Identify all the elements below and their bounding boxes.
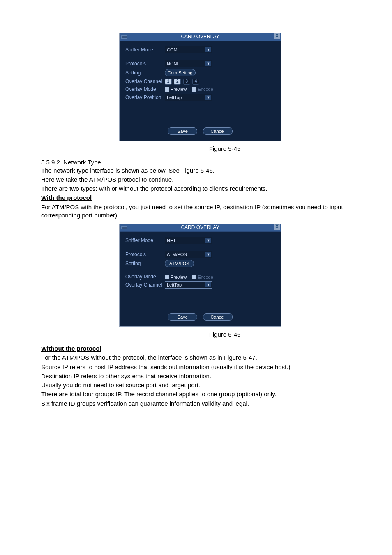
sniffer-mode-label: Sniffer Mode [125,47,165,53]
channel-3-button[interactable]: 3 [183,79,190,85]
overlay-channel-value: LeftTop [167,282,182,287]
paragraph: Six frame ID groups verification can gua… [41,400,359,408]
chevron-down-icon: ▼ [205,47,211,52]
paragraph: For the ATM/POS without the protocol, th… [41,354,359,362]
overlay-channel-group: 1 2 3 4 [165,78,200,85]
overlay-channel-select[interactable]: LeftTop ▼ [165,281,212,289]
overlay-mode-label: Overlay Mode [125,274,165,280]
sniffer-mode-select[interactable]: NET ▼ [165,237,212,244]
section-title: Network Type [63,159,101,166]
dialog-titlebar[interactable]: CARD OVERLAY X [120,224,281,232]
com-setting-button[interactable]: Com Setting [165,69,196,76]
cancel-button[interactable]: Cancel [203,313,233,321]
paragraph: Usually you do not need to set source po… [41,381,359,389]
overlay-channel-label: Overlay Channel [125,282,165,288]
with-protocol-heading: With the protocol [41,194,92,201]
channel-4-button[interactable]: 4 [192,79,199,85]
dialog-title: CARD OVERLAY [120,224,281,230]
figure-caption-2: Figure 5-46 [41,331,359,338]
overlay-channel-label: Overlay Channel [125,79,165,84]
paragraph: Source IP refers to host IP address that… [41,363,359,371]
paragraph: Destination IP refers to other systems t… [41,372,359,380]
section-number: 5.5.9.2 [41,159,60,166]
without-protocol-heading: Without the protocol [41,345,101,352]
channel-2-button[interactable]: 2 [174,79,181,85]
paragraph: There are two types: with or without the… [41,185,359,193]
preview-checkbox[interactable] [165,87,169,92]
overlay-mode-group: Preview Encode [165,86,217,92]
dialog-body: Sniffer Mode NET ▼ Protocols ATM/POS ▼ S… [120,232,281,326]
dialog-body: Sniffer Mode COM ▼ Protocols NONE ▼ Sett… [120,41,281,141]
preview-label: Preview [171,275,187,280]
dialog-2-wrap: CARD OVERLAY X Sniffer Mode NET ▼ Protoc… [41,224,359,327]
paragraph: The network type interface is shown as b… [41,166,359,175]
protocols-label: Protocols [125,252,165,257]
save-button[interactable]: Save [168,127,197,135]
sniffer-mode-select[interactable]: COM ▼ [165,46,212,53]
paragraph: Here we take the ATM/POS protocol to con… [41,176,359,184]
setting-label: Setting [125,261,165,266]
paragraph: For ATM/POS with the protocol, you just … [41,203,359,220]
close-icon[interactable]: X [274,33,280,39]
overlay-mode-label: Overlay Mode [125,86,165,92]
dialog-title: CARD OVERLAY [120,34,281,39]
overlay-mode-group: Preview Encode [165,274,217,280]
figure-caption-1: Figure 5-45 [41,145,359,152]
sniffer-mode-value: COM [167,47,178,52]
paragraph: There are total four groups IP. The reco… [41,390,359,398]
chevron-down-icon: ▼ [205,282,211,287]
dialog-titlebar[interactable]: CARD OVERLAY X [120,33,281,41]
dialog-card-overlay-net: CARD OVERLAY X Sniffer Mode NET ▼ Protoc… [119,224,281,327]
chevron-down-icon: ▼ [205,252,211,257]
encode-label: Encode [198,87,213,92]
preview-checkbox[interactable] [165,275,169,279]
protocols-value: ATM/POS [167,252,187,257]
setting-label: Setting [125,70,165,76]
protocols-select[interactable]: NONE ▼ [165,60,212,67]
encode-checkbox[interactable] [192,87,196,92]
cancel-button[interactable]: Cancel [203,127,233,135]
overlay-position-select[interactable]: LeftTop ▼ [165,94,212,101]
dialog-card-overlay-com: CARD OVERLAY X Sniffer Mode COM ▼ Protoc… [119,33,281,141]
sniffer-mode-value: NET [167,238,176,243]
save-button[interactable]: Save [168,313,197,321]
chevron-down-icon: ▼ [205,238,211,243]
protocols-value: NONE [167,61,180,66]
chevron-down-icon: ▼ [205,61,211,66]
protocols-select[interactable]: ATM/POS ▼ [165,251,212,258]
close-icon[interactable]: X [274,224,280,230]
overlay-position-label: Overlay Position [125,95,165,100]
atmpos-setting-button[interactable]: ATM/POS [165,260,194,267]
dialog-1-wrap: CARD OVERLAY X Sniffer Mode COM ▼ Protoc… [41,33,359,141]
encode-label: Encode [198,275,213,280]
preview-label: Preview [171,87,187,92]
chevron-down-icon: ▼ [205,95,211,100]
overlay-position-value: LeftTop [167,95,182,100]
sniffer-mode-label: Sniffer Mode [125,238,165,243]
channel-1-button[interactable]: 1 [165,79,172,85]
encode-checkbox[interactable] [192,275,196,279]
section-heading: 5.5.9.2 Network Type [41,159,359,166]
page: CARD OVERLAY X Sniffer Mode COM ▼ Protoc… [0,0,392,437]
protocols-label: Protocols [125,61,165,67]
